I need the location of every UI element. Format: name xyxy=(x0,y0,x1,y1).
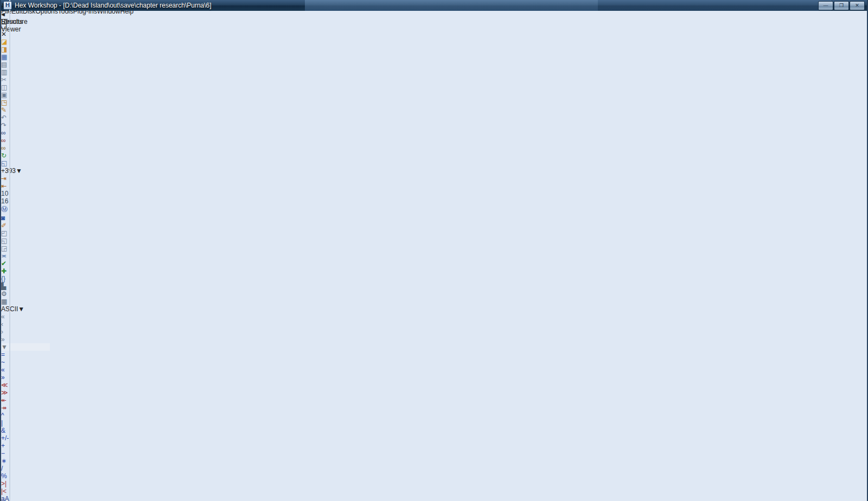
op-multiply-icon[interactable]: ∗ xyxy=(1,457,867,465)
op-not-icon[interactable]: ~ xyxy=(1,358,867,366)
goto-back-icon[interactable]: ⇤ xyxy=(1,182,867,190)
copy-at-offset-icon[interactable]: ◱ xyxy=(1,159,867,167)
op-shift-right-icon[interactable]: » xyxy=(1,374,867,381)
goto-next-icon[interactable]: › xyxy=(1,328,867,336)
op-rotate-left-icon[interactable]: ≪ xyxy=(1,381,867,389)
open-drive-icon[interactable]: ◨ xyxy=(1,46,867,53)
op-add-icon[interactable]: + xyxy=(1,442,867,449)
op-rotate-right-icon[interactable]: ≫ xyxy=(1,389,867,396)
main-toolbar: ◪◨▦▤▥✂◫▣◳✎↶↷∞∞∞↻◱+393▼⇥⇤1016Ⓜ◙ xyxy=(1,38,867,222)
op-shl-arith-icon[interactable]: ↞ xyxy=(1,396,867,404)
edit-clipboard-icon[interactable]: ✎ xyxy=(1,106,867,114)
tab-results[interactable]: Results xyxy=(1,18,9,25)
find-icon[interactable]: ∞ xyxy=(1,129,867,137)
redo-icon[interactable]: ↷ xyxy=(1,121,867,129)
replace-icon[interactable]: ↻ xyxy=(1,152,867,159)
radix-decimal-icon[interactable]: 10 xyxy=(1,190,867,197)
paste-special-icon[interactable]: ◳ xyxy=(1,99,867,106)
titlebar-gloss2 xyxy=(598,0,831,11)
paste-icon[interactable]: ▣ xyxy=(1,91,867,99)
app-logo-icon: H xyxy=(3,1,12,10)
mdi-restore-button[interactable]: ❐ xyxy=(1,23,867,30)
op-xor-icon[interactable]: ^ xyxy=(1,412,867,419)
save-icon[interactable]: ▦ xyxy=(1,53,867,61)
op-and-icon[interactable]: & xyxy=(1,427,867,434)
window-title: Hex Workshop - [D:\Dead Island\out\save\… xyxy=(15,2,212,9)
operations-toolbar: ✐◰◱◲≍✔✚{}▙⚙▦ASCII▼«‹›»▼=~«»≪≫↞↠^|&+/-+−∗… xyxy=(1,222,867,501)
remove-byte-icon[interactable]: |< xyxy=(1,487,867,495)
cut-icon[interactable]: ✂ xyxy=(1,76,867,84)
mdi-close-button[interactable]: ✕ xyxy=(1,30,867,38)
chevron-down-icon[interactable]: ▼ xyxy=(18,305,24,313)
byte-order-intel-icon[interactable]: ◙ xyxy=(1,214,867,222)
charset-combo[interactable]: ASCII▼ xyxy=(1,305,67,313)
copy-as-text-icon[interactable]: ◲ xyxy=(1,245,867,252)
insert-structure-icon[interactable]: ✚ xyxy=(1,267,867,275)
find-next-icon[interactable]: ∞ xyxy=(1,144,867,152)
print-icon[interactable]: ▤ xyxy=(1,61,867,68)
copy-as-source-icon[interactable]: ◰ xyxy=(1,229,867,237)
mdi-minimize-button[interactable]: — xyxy=(1,15,867,23)
results-pin-icon[interactable]: ◂ xyxy=(1,10,9,18)
edit-tool-icon[interactable]: ✐ xyxy=(1,222,867,229)
preferences-gear-icon[interactable]: ⚙ xyxy=(1,290,867,298)
goto-first-icon[interactable]: « xyxy=(1,313,867,320)
character-distribution-icon[interactable]: ▙ xyxy=(1,282,867,290)
goto-forward-icon[interactable]: ⇥ xyxy=(1,175,867,182)
op-equals-icon[interactable]: = xyxy=(1,351,867,358)
byte-order-motorola-icon[interactable]: Ⓜ xyxy=(1,205,867,214)
copy-icon[interactable]: ◫ xyxy=(1,84,867,91)
compare-files-icon[interactable]: ≍ xyxy=(1,252,867,260)
goto-previous-icon[interactable]: ‹ xyxy=(1,320,867,328)
copy-as-hex-icon[interactable]: ◱ xyxy=(1,237,867,245)
maximize-button[interactable]: ❐ xyxy=(834,1,849,10)
chevron-down-icon[interactable]: ▼ xyxy=(16,167,22,175)
hex-workshop-window: H Hex Workshop - [D:\Dead Island\out\sav… xyxy=(0,0,868,501)
titlebar-gloss xyxy=(305,0,598,11)
base-converter-icon[interactable]: ▦ xyxy=(1,298,867,305)
op-negate-icon[interactable]: +/- xyxy=(1,434,867,442)
minimize-button[interactable]: — xyxy=(818,1,833,10)
op-or-icon[interactable]: | xyxy=(1,419,867,427)
radix-hex-icon[interactable]: 16 xyxy=(1,197,867,205)
op-shift-left-icon[interactable]: « xyxy=(1,366,867,374)
checksum-icon[interactable]: ✔ xyxy=(1,260,867,267)
uppercase-icon[interactable]: aA xyxy=(1,495,867,501)
find-previous-icon[interactable]: ∞ xyxy=(1,137,867,144)
op-divide-icon[interactable]: / xyxy=(1,465,867,472)
op-shr-arith-icon[interactable]: ↠ xyxy=(1,404,867,412)
title-bar: H Hex Workshop - [D:\Dead Island\out\sav… xyxy=(1,0,867,11)
goto-last-icon[interactable]: » xyxy=(1,336,867,343)
close-button[interactable]: ✕ xyxy=(850,1,865,10)
undo-icon[interactable]: ↶ xyxy=(1,114,867,121)
insert-byte-icon[interactable]: >| xyxy=(1,480,867,487)
op-subtract-icon[interactable]: − xyxy=(1,449,867,457)
op-modulo-icon[interactable]: % xyxy=(1,472,867,480)
open-file-icon[interactable]: ◪ xyxy=(1,38,867,46)
print-preview-icon[interactable]: ▥ xyxy=(1,68,867,76)
structures-library-icon[interactable]: {} xyxy=(1,275,867,282)
